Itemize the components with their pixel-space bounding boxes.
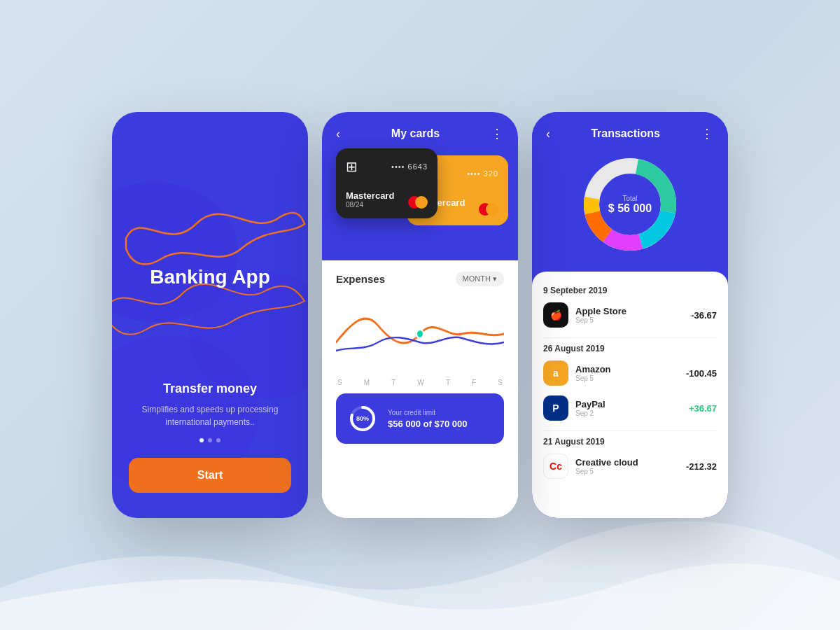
adobe-icon: Cc	[543, 454, 568, 479]
credit-progress-ring: 80%	[347, 403, 378, 434]
dot-2	[208, 438, 212, 442]
divider-2	[543, 430, 717, 431]
tx-item-adobe[interactable]: Cc Creative cloud Sep 5 -212.32	[543, 454, 717, 479]
expenses-chart	[336, 292, 504, 376]
chart-label-s1: S	[337, 379, 342, 386]
tx-item-apple[interactable]: 🍎 Apple Store Sep 5 -36.67	[543, 302, 717, 328]
credit-limit-bar: 80% Your credit limit $56 000 of $70 000	[336, 393, 504, 444]
start-button[interactable]: Start	[129, 458, 291, 493]
tx-amount-paypal: +36.67	[689, 403, 717, 414]
tx-date-1: 9 Septeber 2019	[543, 286, 717, 295]
phone1-content: Banking App Transfer money Simplifies an…	[112, 112, 308, 518]
transfer-desc: Simplifies and speeds up processing inte…	[129, 403, 291, 428]
tx-amount-adobe: -212.32	[686, 461, 717, 472]
tx-info-paypal: PayPal Sep 2	[575, 399, 682, 417]
divider-1	[543, 337, 717, 338]
card-number-gold: •••• 320	[467, 169, 498, 178]
tx-subdate-adobe: Sep 5	[575, 468, 679, 475]
transactions-list: 9 Septeber 2019 🍎 Apple Store Sep 5 -36.…	[532, 272, 728, 518]
tx-date-2: 26 August 2019	[543, 344, 717, 354]
credit-info: Your credit limit $56 000 of $70 000	[388, 409, 493, 429]
phone1-bottom: Transfer money Simplifies and speeds up …	[129, 382, 291, 493]
expenses-header: Expenses MONTH ▾	[336, 272, 504, 286]
donut-total-amount: $ 56 000	[608, 202, 652, 215]
credit-amount: $56 000 of $70 000	[388, 419, 493, 429]
mastercard-logo-gold	[479, 203, 498, 216]
dot-3	[216, 438, 220, 442]
chart-label-m: M	[364, 379, 370, 386]
apple-icon: 🍎	[543, 302, 568, 328]
phone-banking-app: Banking App Transfer money Simplifies an…	[112, 112, 308, 518]
chart-label-t1: T	[391, 379, 396, 386]
phone-my-cards: ‹ My cards ⋮ ⊞ •••• 6643 Mastercard 08/2…	[322, 112, 518, 518]
dots-indicator	[200, 438, 220, 442]
phone2-title: My cards	[391, 127, 440, 140]
phone2-header: ‹ My cards ⋮	[322, 112, 518, 141]
tx-info-adobe: Creative cloud Sep 5	[575, 457, 679, 475]
phone-transactions: ‹ Transactions ⋮	[532, 112, 728, 518]
tx-item-amazon[interactable]: a Amazon Sep 5 -100.45	[543, 360, 717, 386]
credit-title: Your credit limit	[388, 409, 493, 416]
chart-label-s2: S	[498, 379, 503, 386]
credit-pct: 80%	[356, 415, 369, 422]
month-filter[interactable]: MONTH ▾	[456, 272, 504, 286]
svg-point-1	[189, 273, 308, 399]
chart-label-w: W	[417, 379, 424, 386]
app-title-area: Banking App	[150, 140, 270, 288]
app-title: Banking App	[150, 266, 270, 288]
paypal-icon: P	[543, 396, 568, 421]
tx-subdate-paypal: Sep 2	[575, 410, 682, 417]
expenses-label: Expenses	[336, 273, 385, 285]
transfer-title: Transfer money	[163, 382, 257, 396]
tx-info-amazon: Amazon Sep 5	[575, 364, 679, 382]
phone3-back[interactable]: ‹	[546, 127, 550, 141]
tx-name-paypal: PayPal	[575, 399, 682, 410]
phone3-title: Transactions	[591, 127, 660, 140]
chart-labels: S M T W T F S	[336, 379, 504, 386]
card-exp-black: 08/24	[346, 201, 394, 209]
tx-amount-apple: -36.67	[691, 310, 717, 321]
card-black[interactable]: ⊞ •••• 6643 Mastercard 08/24	[336, 148, 438, 218]
tx-name-amazon: Amazon	[575, 364, 679, 374]
dot-1	[200, 438, 204, 442]
chart-label-t2: T	[446, 379, 450, 386]
donut-center: Total $ 56 000	[608, 195, 652, 215]
card-bottom-black: Mastercard 08/24	[346, 190, 428, 209]
tx-item-paypal[interactable]: P PayPal Sep 2 +36.67	[543, 396, 717, 421]
back-button[interactable]: ‹	[336, 127, 340, 141]
donut-total-label: Total	[608, 195, 652, 202]
phone3-content: ‹ Transactions ⋮	[532, 112, 728, 518]
tx-date-3: 21 August 2019	[543, 437, 717, 447]
tx-subdate-amazon: Sep 5	[575, 374, 679, 382]
tx-name-apple: Apple Store	[575, 306, 684, 316]
menu-button[interactable]: ⋮	[491, 126, 504, 141]
tx-info-apple: Apple Store Sep 5	[575, 306, 684, 324]
tx-subdate-apple: Sep 5	[575, 316, 684, 324]
card-number-black: •••• 6643	[391, 162, 428, 171]
cards-area: ⊞ •••• 6643 Mastercard 08/24	[322, 141, 518, 260]
phone2-body: Expenses MONTH ▾ S M	[322, 260, 518, 518]
card-brand-black: Mastercard	[346, 190, 394, 201]
chart-label-f: F	[472, 379, 476, 386]
donut-chart-area: Total $ 56 000	[532, 141, 728, 272]
tx-name-adobe: Creative cloud	[575, 457, 679, 468]
amazon-icon: a	[543, 360, 568, 386]
phone3-header: ‹ Transactions ⋮	[532, 112, 728, 141]
phone2-content: ‹ My cards ⋮ ⊞ •••• 6643 Mastercard 08/2…	[322, 112, 518, 518]
tx-amount-amazon: -100.45	[686, 368, 717, 379]
svg-point-3	[416, 330, 424, 338]
phone3-menu[interactable]: ⋮	[701, 126, 714, 141]
mastercard-logo-black	[408, 196, 428, 209]
